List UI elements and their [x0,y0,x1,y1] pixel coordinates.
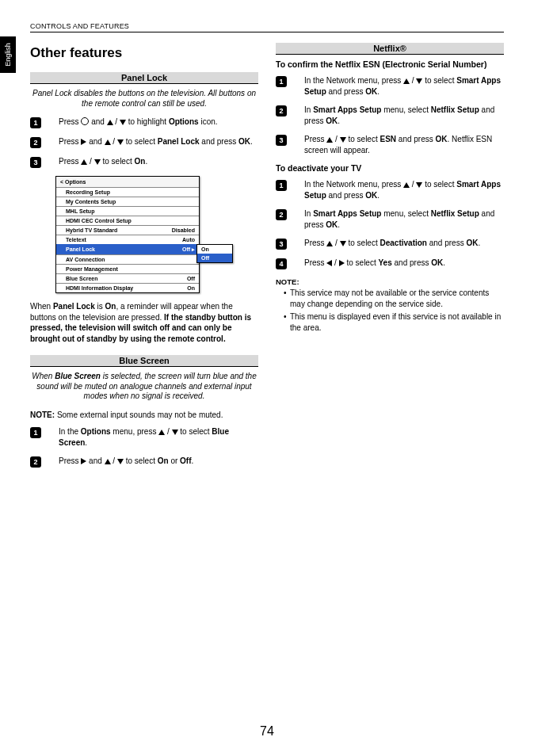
down-icon [117,459,124,464]
down-icon [340,241,346,246]
options-menu-row: Panel LockOff ▸ [56,244,199,254]
blue-screen-step-2: 2 Press and / to select On or Off. [30,456,258,468]
options-menu-row: Power Management [56,264,199,273]
options-menu-row: Hybrid TV StandardDisabled [56,225,199,235]
step-badge: 3 [276,239,287,250]
options-menu-row: AV Connection [56,254,199,264]
left-column: Other features Panel Lock Panel Lock dis… [30,39,258,475]
step-badge: 4 [276,258,287,269]
options-submenu: On Off [196,244,233,263]
netflix-deact-step-2: 2 In Smart Apps Setup menu, select Netfl… [276,208,504,230]
up-icon [105,139,111,145]
right-column: Netflix® To confirm the Netflix ESN (Ele… [276,39,504,475]
section-heading-panel-lock: Panel Lock [30,72,258,84]
step-badge: 1 [30,427,41,438]
panel-lock-intro: Panel Lock disables the buttons on the t… [30,89,258,109]
down-icon [172,430,178,435]
step-badge: 1 [276,180,287,191]
submenu-on: On [197,245,232,254]
page-number: 74 [0,724,534,739]
up-icon [158,430,165,435]
up-icon [81,159,87,165]
submenu-off: Off [197,254,232,262]
options-menu-row: HDMI CEC Control Setup [56,216,199,225]
netflix-esn-step-3: 3 Press / to select ESN and press OK. Ne… [276,134,504,155]
options-menu-row: Recording Setup [56,187,199,197]
language-tab: English [0,36,16,73]
blue-screen-note: NOTE: Some external input sounds may not… [30,410,258,421]
netflix-deact-step-3: 3 Press / to select Deactivation and pre… [276,238,504,250]
note-list-item: This service may not be available or the… [284,288,504,309]
netflix-deact-step-4: 4 Press / to select Yes and press OK. [276,258,504,269]
page-title: Other features [30,45,258,61]
netflix-esn-step-1: 1 In the Network menu, press / to select… [276,75,504,97]
panel-lock-step-1: 1 Press and / to highlight Options icon. [30,116,258,128]
down-icon [120,120,126,125]
up-icon [326,137,333,143]
netflix-esn-step-2: 2 In Smart Apps Setup menu, select Netfl… [276,105,504,126]
up-icon [326,241,333,246]
right-icon [339,260,345,266]
up-icon [107,120,113,125]
up-icon [105,459,111,464]
section-heading-netflix: Netflix® [276,43,504,55]
step-badge: 3 [30,157,41,168]
step-badge: 1 [30,117,41,128]
options-menu-row: TeletextAuto [56,235,199,244]
options-menu-row: Blue ScreenOff [56,273,199,283]
options-menu-row: My Contents Setup [56,197,199,206]
blue-screen-step-1: 1 In the Options menu, press / to select… [30,426,258,448]
right-icon [81,139,86,145]
page-header: CONTROLS AND FEATURES [30,22,504,30]
step-badge: 2 [30,456,41,468]
netflix-esn-subheading: To confirm the Netflix ESN (Electronic S… [276,59,504,69]
netflix-deact-step-1: 1 In the Network menu, press / to select… [276,179,504,200]
up-icon [403,182,410,188]
step-badge: 2 [276,105,287,116]
step-badge: 3 [276,135,287,146]
left-icon [326,260,332,266]
netflix-deactivate-subheading: To deactivate your TV [276,163,504,173]
down-icon [94,159,101,165]
step-badge: 2 [276,209,287,220]
options-menu-title: < Options [56,177,199,187]
step-badge: 1 [276,76,287,87]
down-icon [340,137,346,143]
gear-icon [81,117,89,125]
options-menu-screenshot: < Options Recording SetupMy Contents Set… [55,176,226,293]
netflix-note-label: NOTE: [276,277,504,286]
panel-lock-after-text: When Panel Lock is On, a reminder will a… [30,301,258,344]
step-badge: 2 [30,137,41,148]
note-list-item: This menu is displayed even if this serv… [284,311,504,333]
panel-lock-step-3: 3 Press / to select On. [30,156,258,168]
blue-screen-intro: When Blue Screen is selected, the screen… [30,372,258,402]
options-menu-row: MHL Setup [56,206,199,216]
section-heading-blue-screen: Blue Screen [30,355,258,367]
up-icon [403,78,410,84]
options-menu-row: HDMI Information DisplayOn [56,283,199,292]
down-icon [117,139,124,145]
header-divider [30,32,504,32]
panel-lock-step-2: 2 Press and / to select Panel Lock and p… [30,136,258,148]
netflix-note-list: This service may not be available or the… [276,288,504,333]
